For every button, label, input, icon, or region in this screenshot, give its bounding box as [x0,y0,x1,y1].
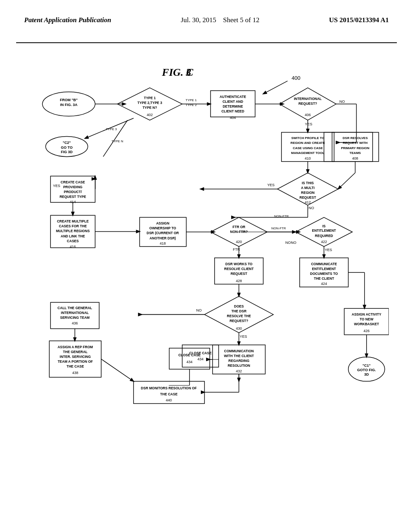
svg-text:NO: NO [196,308,202,312]
svg-text:432: 432 [236,369,242,373]
svg-text:RESOLVE THE: RESOLVE THE [227,314,251,318]
svg-text:DSR RESOLVES: DSR RESOLVES [343,136,368,140]
svg-text:IS: IS [322,224,325,228]
svg-text:AND LINK THE: AND LINK THE [60,234,85,238]
svg-text:TYPE N?: TYPE N? [142,106,157,110]
svg-text:440: 440 [166,398,172,402]
svg-text:SWITCH PROFILE TO: SWITCH PROFILE TO [291,136,324,140]
svg-text:CASES: CASES [67,239,79,243]
svg-text:REQUEST TYPE: REQUEST TYPE [60,195,86,199]
svg-text:404: 404 [230,116,236,120]
svg-text:ASSIGN ACTIVITY: ASSIGN ACTIVITY [352,312,382,316]
svg-text:INTER. SERVICING: INTER. SERVICING [60,355,91,359]
svg-text:INTERNATIONAL: INTERNATIONAL [294,97,322,101]
svg-text:TEAM  A PORTION OF: TEAM A PORTION OF [58,360,93,364]
svg-text:GOTO FIG.: GOTO FIG. [357,368,376,372]
svg-text:TYPE N: TYPE N [112,139,123,143]
svg-text:THE CLIENT: THE CLIENT [314,276,334,281]
svg-text:TYPE 3: TYPE 3 [106,127,117,131]
svg-text:FROM "B": FROM "B" [60,98,77,102]
svg-text:YES: YES [240,335,247,339]
header-center-text: Jul. 30, 2015 Sheet 5 of 12 [181,16,259,24]
svg-text:YES: YES [267,183,275,187]
svg-text:DETERMINE: DETERMINE [223,104,243,108]
header-right-text: US 2015/0213394 A1 [329,16,389,24]
svg-text:REQUIRED: REQUIRED [315,234,333,238]
svg-text:424: 424 [321,282,327,286]
svg-text:REGION AND CREATE: REGION AND CREATE [290,141,325,145]
svg-text:IN FIG. 3A: IN FIG. 3A [60,103,78,107]
svg-text:438: 438 [72,371,78,375]
header-divider [16,42,397,43]
svg-text:CREATE MULTIPLE: CREATE MULTIPLE [57,219,89,223]
svg-text:THE CASE: THE CASE [160,392,177,396]
svg-text:THE GENERAL: THE GENERAL [63,350,88,354]
svg-text:TYPE 2,TYPE 3: TYPE 2,TYPE 3 [138,101,162,105]
svg-text:AUTHENTICATE: AUTHENTICATE [219,95,246,99]
svg-text:COMMUNICATION: COMMUNICATION [224,349,254,353]
svg-text:NON-FTR: NON-FTR [274,214,289,218]
svg-text:CLIENT AND: CLIENT AND [223,100,243,104]
svg-text:428: 428 [236,279,242,283]
svg-text:CREATE CASE: CREATE CASE [60,180,85,184]
svg-text:OWNERSHIP TO: OWNERSHIP TO [149,226,176,230]
svg-text:434: 434 [186,360,192,364]
svg-text:DSR MONITORS RESOLUTION OF: DSR MONITORS RESOLUTION OF [141,386,196,390]
svg-text:PROVIDING: PROVIDING [63,185,83,189]
svg-text:A MULTI: A MULTI [301,186,315,190]
svg-text:"C1": "C1" [363,364,371,368]
svg-text:MULTIPLE REGIONS: MULTIPLE REGIONS [56,229,90,233]
svg-text:RESOLUTION: RESOLUTION [227,364,250,368]
svg-text:DOCUMENTS TO: DOCUMENTS TO [310,272,338,276]
svg-text:COMMUNICATE: COMMUNICATE [311,262,337,266]
svg-text:THE DSR: THE DSR [232,309,246,313]
svg-text:C: C [186,66,194,78]
svg-text:REGARDING: REGARDING [228,359,249,363]
svg-text:CLOSE CASE: CLOSE CASE [178,353,201,357]
svg-text:402: 402 [147,113,153,117]
svg-text:NO: NO [309,206,314,210]
svg-text:FIG 3D: FIG 3D [61,150,73,154]
svg-text:426: 426 [363,329,369,333]
flowchart: FIG. 3 C 400 FROM "B" IN FIG. 3A TYPE 1 … [24,52,389,508]
svg-text:TO NEW: TO NEW [360,317,374,321]
svg-text:WITH THE CLIENT: WITH THE CLIENT [224,354,254,358]
svg-text:3D: 3D [364,372,369,376]
svg-text:REGION: REGION [301,191,315,195]
svg-text:DSR WORKS TO: DSR WORKS TO [225,262,252,266]
svg-text:412: 412 [305,200,311,204]
svg-text:TEAMS: TEAMS [350,151,361,155]
svg-text:FTR OR: FTR OR [233,225,246,229]
diagram-area: FIG. 3 C 400 FROM "B" IN FIG. 3A TYPE 1 … [24,52,389,508]
svg-text:REQUEST: REQUEST [231,272,248,276]
svg-text:NO: NO [291,241,296,245]
svg-text:DOES: DOES [234,304,244,308]
svg-text:YES: YES [305,122,312,126]
svg-text:"C2": "C2" [63,141,71,145]
svg-text:YES: YES [325,248,332,252]
svg-text:SERVICING TEAM: SERVICING TEAM [60,316,90,320]
svg-text:IS THIS: IS THIS [302,181,314,185]
svg-text:ASSIGN A REP FROM: ASSIGN A REP FROM [58,345,93,349]
svg-text:ANOTHER DSR): ANOTHER DSR) [150,236,176,240]
svg-text:ENTITLEMENT: ENTITLEMENT [312,229,336,233]
svg-text:408: 408 [352,156,358,160]
svg-text:GO TO: GO TO [61,145,73,150]
svg-text:REQUEST?: REQUEST? [298,102,317,106]
svg-text:REQUEST WITH: REQUEST WITH [343,141,368,145]
svg-text:CASE USING CASE: CASE USING CASE [293,146,323,150]
svg-text:REQUEST?: REQUEST? [229,319,248,323]
svg-text:REQUEST: REQUEST [300,195,317,200]
svg-text:WORKBASKET: WORKBASKET [354,322,380,326]
svg-text:CASES FOR THE: CASES FOR THE [59,224,87,228]
svg-text:430: 430 [236,326,242,330]
svg-text:ASSIGN: ASSIGN [156,221,169,225]
svg-text:406: 406 [305,113,311,117]
svg-text:ENTITLEMENT: ENTITLEMENT [312,267,336,271]
svg-text:400: 400 [292,75,300,81]
svg-text:410: 410 [305,156,311,160]
svg-text:TYPE 1: TYPE 1 [144,96,156,100]
svg-text:INTERNATIONAL: INTERNATIONAL [61,311,89,315]
svg-text:YES: YES [53,184,60,188]
svg-text:NON-FTR: NON-FTR [271,227,286,230]
